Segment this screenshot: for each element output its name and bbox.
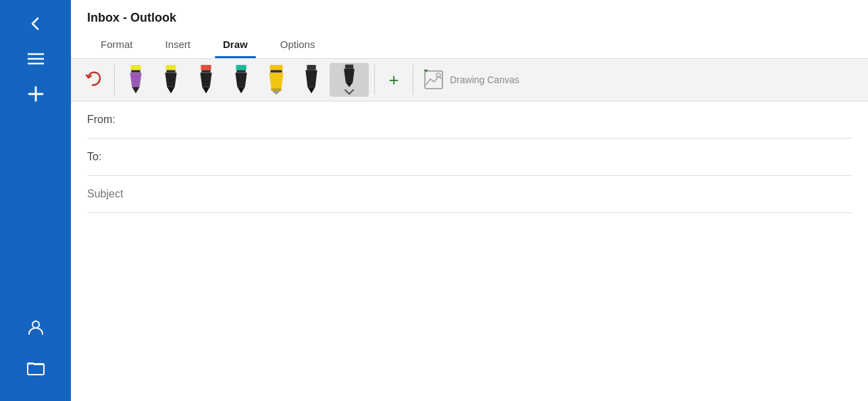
tab-draw[interactable]: Draw <box>207 32 264 58</box>
svg-marker-30 <box>307 87 315 94</box>
tab-options[interactable]: Options <box>264 32 332 58</box>
svg-rect-12 <box>166 70 175 73</box>
svg-rect-8 <box>131 70 140 73</box>
canvas-icon-button[interactable] <box>419 63 449 97</box>
svg-rect-24 <box>270 70 282 73</box>
compose-button[interactable] <box>0 73 71 115</box>
tab-insert[interactable]: Insert <box>149 32 207 58</box>
highlighter-yellow-button[interactable] <box>259 63 293 97</box>
pen-black3-button[interactable] <box>295 63 328 97</box>
draw-toolbar: + Drawing Canvas <box>71 58 868 101</box>
svg-rect-7 <box>130 65 141 70</box>
back-button[interactable] <box>0 9 71 45</box>
chevron-down-icon <box>344 89 355 95</box>
from-label: From: <box>87 114 134 126</box>
pen-dropdown-icon <box>340 64 359 89</box>
svg-rect-31 <box>345 65 353 69</box>
svg-rect-19 <box>236 65 246 70</box>
pen-black3-icon <box>301 65 322 95</box>
svg-marker-29 <box>305 70 317 87</box>
svg-marker-33 <box>346 82 353 87</box>
to-label: To: <box>87 151 134 163</box>
pen-purple-button[interactable] <box>119 63 153 97</box>
svg-rect-28 <box>307 65 315 70</box>
highlighter-yellow-icon <box>265 65 287 95</box>
svg-marker-17 <box>200 72 211 87</box>
svg-marker-27 <box>272 91 280 95</box>
svg-rect-15 <box>201 65 211 70</box>
from-field: From: <box>87 101 852 139</box>
svg-rect-16 <box>201 70 210 73</box>
sidebar <box>0 0 71 401</box>
tab-bar: Format Insert Draw Options <box>71 32 868 58</box>
subject-input[interactable] <box>87 188 852 200</box>
svg-point-5 <box>32 321 39 328</box>
pen-purple-icon <box>125 65 147 95</box>
svg-marker-13 <box>165 72 176 87</box>
svg-marker-9 <box>130 72 141 87</box>
from-input[interactable] <box>134 114 852 126</box>
separator-3 <box>413 65 413 95</box>
pen-black1-button[interactable] <box>154 63 188 97</box>
person-icon-button[interactable] <box>0 306 71 348</box>
drawing-canvas-label: Drawing Canvas <box>450 74 519 85</box>
folder-icon-button[interactable] <box>0 348 71 387</box>
svg-marker-25 <box>269 72 283 88</box>
window-title: Inbox - Outlook <box>71 0 868 32</box>
to-input[interactable] <box>134 151 852 163</box>
svg-marker-21 <box>235 72 247 87</box>
pen-dropdown-button[interactable] <box>330 63 369 97</box>
plus-icon: + <box>388 71 399 89</box>
svg-marker-18 <box>202 87 209 94</box>
svg-marker-10 <box>132 87 139 94</box>
svg-marker-22 <box>237 87 245 94</box>
email-form: From: To: <box>71 101 868 401</box>
pen-red-button[interactable] <box>189 63 223 97</box>
svg-rect-6 <box>28 364 44 375</box>
hamburger-menu-button[interactable] <box>0 45 71 73</box>
subject-field <box>87 176 852 213</box>
pen-cyan-icon <box>230 65 252 95</box>
undo-button[interactable] <box>76 63 110 97</box>
pen-red-icon <box>195 65 217 95</box>
pen-cyan-button[interactable] <box>224 63 258 97</box>
drawing-canvas-icon <box>424 70 444 90</box>
pen-black1-icon <box>160 65 182 95</box>
add-drawing-button[interactable]: + <box>380 63 407 97</box>
separator-1 <box>114 65 115 95</box>
svg-rect-26 <box>271 88 281 91</box>
svg-rect-11 <box>165 65 176 70</box>
undo-icon <box>84 70 103 89</box>
to-field: To: <box>87 139 852 176</box>
svg-marker-32 <box>344 69 355 82</box>
tab-format[interactable]: Format <box>84 32 149 58</box>
svg-marker-14 <box>167 87 174 94</box>
svg-rect-20 <box>236 70 245 73</box>
separator-2 <box>374 65 375 95</box>
main-content: Inbox - Outlook Format Insert Draw Optio… <box>71 0 868 401</box>
svg-rect-23 <box>270 65 282 70</box>
